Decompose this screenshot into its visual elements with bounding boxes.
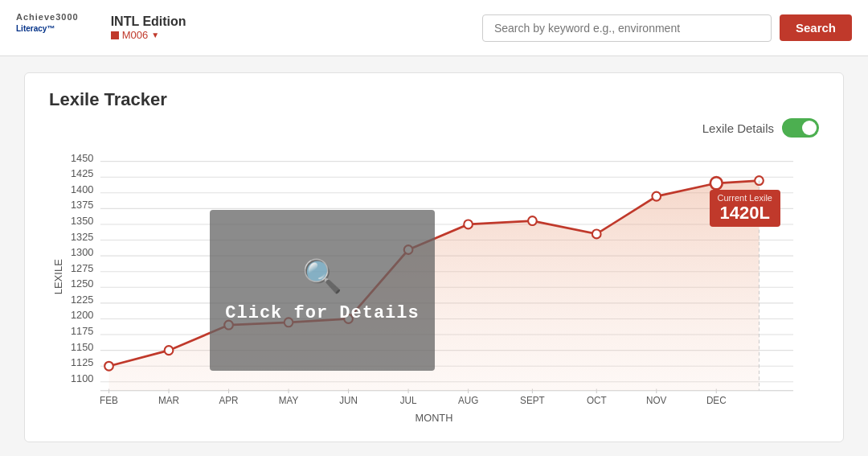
svg-text:1125: 1125 — [71, 356, 93, 368]
svg-text:1100: 1100 — [71, 372, 93, 384]
svg-text:APR: APR — [219, 395, 239, 406]
svg-text:1450: 1450 — [71, 151, 93, 163]
zoom-overlay[interactable]: 🔍 Click for Details — [210, 210, 435, 371]
chevron-down-icon: ▼ — [151, 31, 159, 39]
lexile-details-label: Lexile Details — [702, 121, 774, 135]
svg-text:1150: 1150 — [71, 341, 93, 353]
svg-text:1300: 1300 — [71, 246, 93, 258]
svg-text:1375: 1375 — [71, 199, 93, 211]
svg-text:DEC: DEC — [706, 395, 727, 406]
edition-info: INTL Edition M006 ▼ — [111, 14, 186, 41]
svg-text:NOV: NOV — [646, 395, 666, 406]
svg-point-62 — [464, 220, 473, 229]
svg-point-63 — [528, 216, 537, 225]
svg-point-57 — [165, 346, 174, 355]
svg-text:LEXILE: LEXILE — [52, 259, 64, 295]
svg-text:1325: 1325 — [71, 230, 93, 242]
current-lexile-tooltip: Current Lexile 1420L — [710, 190, 780, 227]
svg-text:JUL: JUL — [400, 395, 417, 406]
edition-title: INTL Edition — [111, 14, 186, 29]
svg-text:1400: 1400 — [71, 183, 93, 195]
svg-text:MAY: MAY — [279, 395, 299, 406]
chart-title: Lexile Tracker — [49, 89, 819, 110]
svg-point-56 — [104, 362, 113, 371]
lexile-details-toggle[interactable] — [782, 118, 819, 138]
svg-point-65 — [652, 192, 661, 201]
current-lexile-value: 1420L — [718, 203, 772, 224]
svg-text:OCT: OCT — [587, 395, 607, 406]
svg-point-66 — [710, 177, 723, 189]
logo-achieve-text: Achieve3000 — [16, 13, 79, 22]
svg-text:AUG: AUG — [458, 395, 478, 406]
logo-literacy-text: Literacy™ — [16, 22, 79, 43]
svg-text:1425: 1425 — [71, 167, 93, 179]
lexile-details-row: Lexile Details — [49, 118, 819, 138]
svg-text:1275: 1275 — [71, 262, 93, 274]
search-input[interactable] — [482, 14, 772, 42]
chart-container: 1450 1425 1400 1375 1350 1325 1300 1275 … — [49, 146, 819, 443]
search-area: Search — [482, 14, 852, 42]
main-panel: Lexile Tracker Lexile Details 1450 1425 … — [24, 72, 844, 442]
svg-text:MAR: MAR — [158, 395, 179, 406]
edition-color-square — [111, 31, 119, 39]
search-button[interactable]: Search — [780, 14, 852, 41]
svg-text:SEPT: SEPT — [520, 395, 545, 406]
zoom-icon: 🔍 — [302, 257, 342, 295]
svg-point-64 — [592, 229, 601, 238]
current-lexile-label: Current Lexile — [718, 193, 772, 203]
app-header: Achieve3000 Literacy™ INTL Edition M006 … — [0, 0, 868, 56]
logo: Achieve3000 Literacy™ — [16, 13, 79, 43]
svg-text:1175: 1175 — [71, 325, 93, 337]
zoom-text: Click for Details — [225, 303, 419, 323]
edition-sub[interactable]: M006 ▼ — [111, 29, 186, 41]
svg-text:1250: 1250 — [71, 277, 93, 290]
svg-text:1350: 1350 — [71, 215, 93, 227]
svg-text:FEB: FEB — [100, 395, 118, 406]
edition-code: M006 — [122, 29, 149, 41]
svg-text:1200: 1200 — [71, 309, 93, 321]
svg-text:MONTH: MONTH — [416, 412, 453, 424]
svg-text:1225: 1225 — [71, 294, 93, 306]
svg-text:JUN: JUN — [339, 395, 358, 406]
